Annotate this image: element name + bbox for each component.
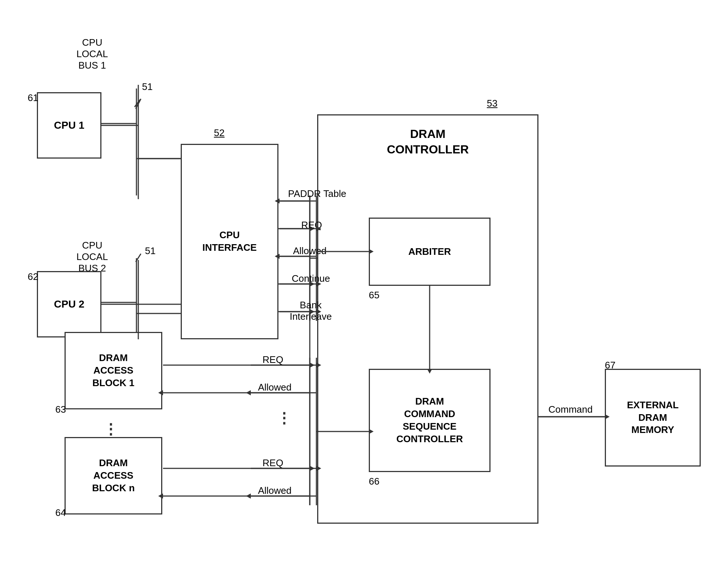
- svg-marker-20: [310, 363, 315, 368]
- cpu-interface-block: CPUINTERFACE: [181, 144, 278, 339]
- dram-cmd-seq-block: DRAMCOMMANDSEQUENCECONTROLLER: [369, 369, 490, 472]
- ref-65: 65: [369, 290, 379, 301]
- label-bank-interleave: Bank Interleave: [278, 299, 343, 322]
- cpu-interface-label: CPUINTERFACE: [202, 229, 257, 254]
- label-req1: REQ: [293, 219, 330, 231]
- dram-access-1-label: DRAMACCESSBLOCK 1: [92, 352, 134, 389]
- dram-controller-label: DRAMCONTROLLER: [326, 126, 530, 157]
- cpu2-label: CPU 2: [54, 298, 84, 311]
- ext-dram-block: EXTERNALDRAMMEMORY: [605, 369, 701, 467]
- label-command: Command: [541, 404, 600, 415]
- svg-marker-22: [246, 390, 251, 395]
- ref-61: 61: [28, 92, 38, 104]
- svg-line-33: [135, 100, 140, 107]
- label-continue: Continue: [285, 273, 337, 284]
- cpu1-block: CPU 1: [37, 92, 101, 159]
- svg-marker-24: [310, 466, 315, 471]
- ref-66: 66: [369, 476, 379, 487]
- ref-67: 67: [605, 360, 616, 371]
- arbiter-label: ARBITER: [408, 246, 451, 258]
- label-cpu-local-bus-2: CPULOCALBUS 2: [63, 240, 122, 274]
- svg-line-63: [136, 99, 141, 109]
- label-allowed3: Allowed: [251, 485, 299, 496]
- ref-64: 64: [55, 507, 66, 519]
- ext-dram-label: EXTERNALDRAMMEMORY: [627, 399, 679, 436]
- dram-access-1-block: DRAMACCESSBLOCK 1: [65, 332, 162, 409]
- dram-cmd-seq-label: DRAMCOMMANDSEQUENCECONTROLLER: [396, 395, 463, 445]
- cpu1-label: CPU 1: [54, 119, 84, 132]
- label-req3: REQ: [254, 457, 291, 469]
- diagram: 51 CPULOCALBUS 1 CPULOCALBUS 2 CPU 1 61 …: [0, 0, 728, 565]
- dram-access-n-block: DRAMACCESSBLOCK n: [65, 437, 162, 514]
- ref-63: 63: [55, 404, 66, 415]
- dram-access-n-label: DRAMACCESSBLOCK n: [92, 457, 135, 494]
- label-req2: REQ: [254, 354, 291, 365]
- arbiter-block: ARBITER: [369, 218, 490, 286]
- ref-53: 53: [487, 98, 498, 109]
- svg-line-67: [136, 254, 141, 262]
- label-paddr-table: PADDR Table: [278, 188, 356, 200]
- ref-51: 51: [142, 81, 153, 93]
- cpu2-block: CPU 2: [37, 271, 101, 337]
- ref-51b: 51: [145, 245, 156, 257]
- ellipsis-left: ⋮: [103, 420, 119, 437]
- label-cpu-local-bus-1: CPULOCALBUS 1: [63, 37, 122, 71]
- label-allowed1: Allowed: [286, 245, 334, 257]
- ref-52: 52: [214, 127, 225, 139]
- ref-62: 62: [28, 271, 38, 282]
- label-allowed2: Allowed: [251, 382, 299, 393]
- ellipsis-signals: ⋮: [277, 409, 291, 426]
- svg-marker-26: [246, 493, 251, 499]
